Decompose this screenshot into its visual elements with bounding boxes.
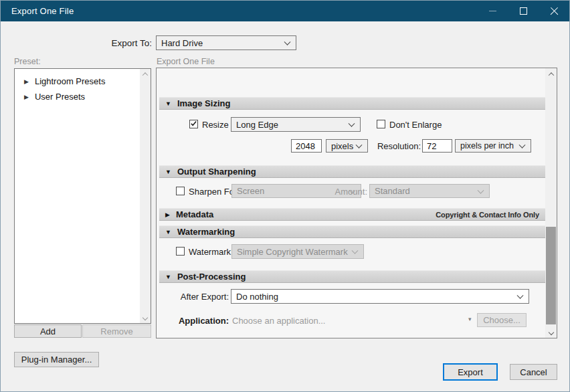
chevron-down-icon [478,187,484,193]
section-header-image-sizing[interactable]: ▼ Image Sizing [159,97,545,110]
watermark-value: Simple Copyright Watermark [237,247,348,257]
maximize-icon [520,7,527,15]
add-preset-button[interactable]: Add [14,324,82,338]
sharpen-for-value: Screen [237,186,264,196]
collapse-triangle-icon[interactable]: ▼ [165,229,171,235]
preset-item-label: Lightroom Presets [35,76,106,86]
chevron-down-icon [517,292,524,299]
export-to-value: Hard Drive [161,38,203,48]
preset-list[interactable]: ▶ Lightroom Presets ▶ User Presets [14,68,151,324]
scroll-down-icon[interactable] [545,326,557,338]
chevron-down-icon [284,39,291,45]
resize-fit-dropdown[interactable]: Long Edge [231,117,361,132]
maximize-button[interactable] [508,1,539,21]
content-panel-caption: Export One File [157,57,215,66]
export-options-panel: ▼ Image Sizing Resize to Fit: Long Edge … [156,68,557,338]
metadata-summary: Copyright & Contact Info Only [436,211,539,219]
preset-item-lightroom-presets[interactable]: ▶ Lightroom Presets [15,74,151,89]
resolution-unit-value: pixels per inch [460,141,514,151]
width-input[interactable]: 2048 [291,139,322,153]
section-header-metadata[interactable]: ▶ Metadata Copyright & Contact Info Only [159,208,545,221]
preset-item-label: User Presets [35,92,85,102]
scroll-up-icon[interactable] [140,69,151,80]
titlebar: Export One File [1,1,569,21]
resize-to-fit-checkbox[interactable] [189,120,198,128]
close-icon [550,7,559,15]
section-title: Post-Processing [177,272,246,282]
section-title: Watermarking [177,227,235,237]
watermark-checkbox[interactable] [176,247,185,256]
collapse-triangle-icon[interactable]: ▼ [165,169,171,175]
chevron-down-icon [349,120,355,127]
expand-triangle-icon[interactable]: ▶ [24,94,29,100]
resize-fit-value: Long Edge [236,120,278,130]
watermark-dropdown: Simple Copyright Watermark [231,244,364,259]
section-title: Metadata [176,209,213,219]
section-header-output-sharpening[interactable]: ▼ Output Sharpening [159,165,545,178]
export-dialog: Export One File Export To: Hard Drive Pr… [0,0,570,392]
preset-list-scrollbar[interactable] [140,69,151,323]
dont-enlarge-label: Don't Enlarge [389,120,442,130]
collapse-triangle-icon[interactable]: ▼ [165,274,171,280]
close-button[interactable] [539,1,569,21]
section-title: Image Sizing [177,98,230,108]
application-placeholder[interactable]: Choose an application... [232,316,325,326]
minimize-button[interactable] [477,1,508,21]
collapse-triangle-icon[interactable]: ▼ [165,100,171,107]
dont-enlarge-checkbox[interactable] [377,120,385,128]
panel-scrollbar[interactable] [545,68,557,338]
section-header-post-processing[interactable]: ▼ Post-Processing [159,270,545,283]
after-export-value: Do nothing [236,292,278,302]
resolution-label: Resolution: [357,141,421,151]
after-export-label: After Export: [157,292,229,302]
sharpen-for-checkbox[interactable] [176,187,185,195]
scrollbar-thumb[interactable] [546,227,556,324]
amount-label: Amount: [320,187,367,197]
resolution-unit-dropdown[interactable]: pixels per inch [455,139,531,153]
amount-dropdown: Standard [369,184,490,198]
chevron-down-icon [519,142,526,149]
expand-triangle-icon[interactable]: ▶ [24,78,29,85]
watermark-label: Watermark: [189,247,233,257]
preset-item-user-presets[interactable]: ▶ User Presets [15,89,151,104]
window-title: Export One File [1,6,74,16]
expand-triangle-icon[interactable]: ▶ [165,211,170,218]
after-export-dropdown[interactable]: Do nothing [231,289,529,304]
export-button[interactable]: Export [443,363,498,381]
scroll-up-icon[interactable] [545,68,557,80]
cancel-button[interactable]: Cancel [510,364,557,380]
amount-value: Standard [375,186,410,196]
checkmark-icon [190,120,197,127]
remove-preset-button: Remove [82,324,151,338]
plugin-manager-button[interactable]: Plug-in Manager... [14,352,99,367]
scroll-down-icon[interactable] [140,312,151,323]
application-dropdown-arrow-icon[interactable]: ▾ [468,316,472,322]
export-to-dropdown[interactable]: Hard Drive [156,35,296,50]
application-label: Application: [157,316,229,326]
preset-caption: Preset: [14,57,41,66]
width-unit-value: pixels [331,141,353,151]
chevron-down-icon [352,248,359,254]
minimize-icon [489,11,496,11]
section-title: Output Sharpening [177,167,256,177]
resolution-input[interactable]: 72 [422,139,452,153]
choose-application-button: Choose... [477,313,527,327]
export-to-label: Export To: [41,38,152,48]
section-header-watermarking[interactable]: ▼ Watermarking [159,225,545,238]
